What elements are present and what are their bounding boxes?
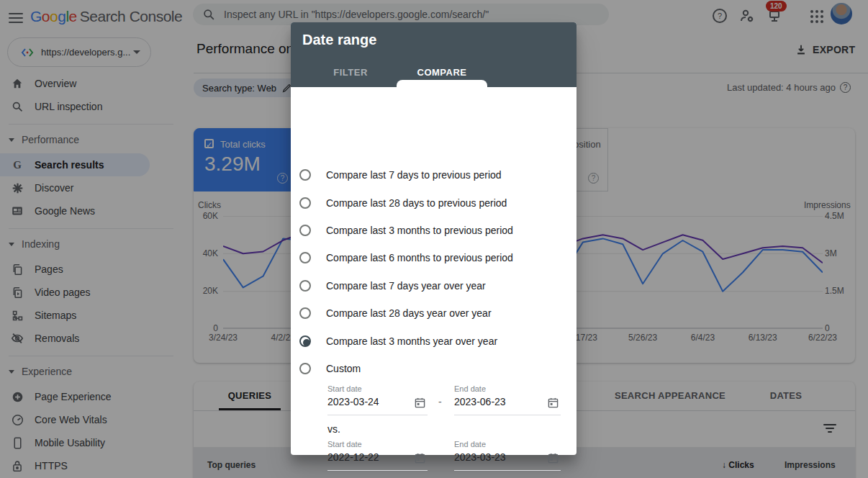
start-date-field-1[interactable] xyxy=(327,392,428,415)
calendar-icon[interactable] xyxy=(548,453,559,464)
dialog-header: Date range FILTER COMPARE xyxy=(291,22,577,87)
radio-icon[interactable] xyxy=(299,252,311,263)
end-date-field-1[interactable] xyxy=(454,392,561,415)
option-label: Compare last 28 days year over year xyxy=(326,307,492,319)
radio-icon[interactable] xyxy=(299,197,311,209)
radio-icon[interactable] xyxy=(299,307,311,319)
compare-option[interactable]: Compare last 3 months year over year xyxy=(291,327,577,354)
option-label: Compare last 3 months to previous period xyxy=(326,225,513,236)
start-date-input-1[interactable] xyxy=(327,392,403,407)
tab-compare[interactable]: COMPARE xyxy=(397,58,487,87)
option-label: Compare last 7 days year over year xyxy=(326,280,486,292)
compare-option[interactable]: Custom xyxy=(291,355,577,382)
start-date-input-2[interactable] xyxy=(327,447,403,463)
date-separator: - xyxy=(438,396,442,407)
dialog-title: Date range xyxy=(302,32,376,48)
end-date-field-2[interactable] xyxy=(454,447,561,471)
google-search-console-app: GoogleSearch Console ? 120 https://devel… xyxy=(0,0,868,478)
end-date-input-2[interactable] xyxy=(454,447,530,463)
start-date-field-2[interactable] xyxy=(327,447,428,471)
option-label: Compare last 6 months to previous period xyxy=(326,252,513,263)
compare-option[interactable]: Compare last 3 months to previous period xyxy=(291,217,577,244)
radio-icon[interactable] xyxy=(299,169,311,181)
compare-option[interactable]: Compare last 7 days to previous period xyxy=(291,161,577,189)
compare-option[interactable]: Compare last 28 days to previous period xyxy=(291,189,577,216)
radio-icon[interactable] xyxy=(299,225,311,236)
compare-options-list: Compare last 7 days to previous period C… xyxy=(291,161,577,382)
compare-option[interactable]: Compare last 6 months to previous period xyxy=(291,244,577,271)
vs-label: vs. xyxy=(327,423,340,435)
calendar-icon[interactable] xyxy=(415,453,426,464)
date-range-dialog: Date range FILTER COMPARE Compare last 7… xyxy=(291,22,577,455)
calendar-icon[interactable] xyxy=(548,397,559,409)
radio-icon[interactable] xyxy=(299,280,311,292)
option-label: Custom xyxy=(326,363,361,374)
compare-option[interactable]: Compare last 7 days year over year xyxy=(291,272,577,299)
option-label: Compare last 28 days to previous period xyxy=(326,197,507,209)
radio-icon[interactable] xyxy=(299,363,311,374)
date-separator: - xyxy=(438,451,442,463)
end-date-input-1[interactable] xyxy=(454,392,530,407)
compare-option[interactable]: Compare last 28 days year over year xyxy=(291,299,577,327)
tab-filter[interactable]: FILTER xyxy=(320,58,381,87)
calendar-icon[interactable] xyxy=(415,397,426,409)
option-label: Compare last 7 days to previous period xyxy=(326,169,502,181)
option-label: Compare last 3 months year over year xyxy=(326,335,497,347)
radio-icon[interactable] xyxy=(299,335,311,347)
